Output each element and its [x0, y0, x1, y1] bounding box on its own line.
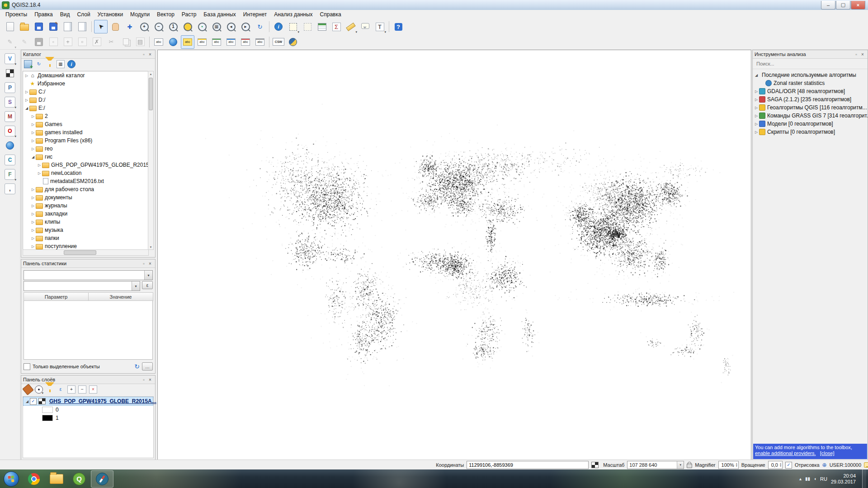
zoom-next-button[interactable]: ▸ — [239, 20, 252, 33]
tray-network-icon[interactable]: ▮▮ — [805, 476, 810, 481]
catalog-refresh-button[interactable]: ↻ — [34, 59, 44, 69]
expander-icon[interactable]: ▷ — [754, 89, 759, 94]
catalog-properties-button[interactable]: i — [66, 59, 76, 69]
menu-item-7[interactable]: Растр — [178, 10, 200, 19]
menu-item-0[interactable]: Проекты — [2, 10, 31, 19]
scroll-thumb[interactable] — [64, 250, 96, 255]
language-indicator[interactable]: RU — [820, 476, 827, 482]
expander-icon[interactable]: ▷ — [30, 114, 36, 118]
expander-icon[interactable]: ▷ — [754, 106, 759, 110]
expander-icon[interactable]: ▷ — [37, 171, 42, 175]
expander-icon[interactable]: ▷ — [30, 147, 36, 151]
catalog-tree-view-button[interactable]: ▦ — [56, 59, 66, 69]
add-wms-layer-button[interactable] — [3, 139, 17, 152]
taskbar-qgis-desktop-button[interactable] — [91, 470, 113, 488]
dock-icon[interactable]: ▫ — [853, 52, 859, 57]
toolbox-search-input[interactable] — [755, 61, 865, 67]
expander-icon[interactable]: ▷ — [754, 122, 759, 126]
catalog-tree-item[interactable]: ▷музыка — [23, 226, 148, 234]
expander-icon[interactable]: ▷ — [754, 98, 759, 102]
remove-layer-button[interactable]: × — [88, 385, 98, 394]
expand-all-button[interactable]: + — [66, 385, 76, 394]
label-abc-3-button[interactable] — [224, 35, 238, 49]
new-project-button[interactable] — [3, 20, 17, 33]
menu-item-9[interactable]: Интернет — [240, 10, 270, 19]
expander-icon[interactable]: ▷ — [37, 163, 42, 167]
layer-select-combo[interactable]: ▾ — [24, 270, 153, 280]
messages-icon[interactable] — [864, 462, 868, 468]
dock-icon[interactable]: ▫ — [141, 261, 147, 266]
crs-globe-icon[interactable]: ⊕ — [822, 462, 827, 468]
toolbox-tree-item[interactable]: Zonal raster statistics — [753, 79, 868, 87]
catalog-horizontal-scrollbar[interactable] — [23, 249, 149, 256]
add-delimited-text-button[interactable]: , — [3, 182, 17, 196]
save-project-as-button[interactable]: ✎ — [47, 20, 60, 33]
close-icon[interactable]: × — [147, 52, 153, 57]
catalog-tree-item[interactable]: ▷поступление — [23, 242, 148, 250]
catalog-tree-item[interactable]: metadataESM2016.txt — [23, 177, 148, 185]
save-project-button[interactable] — [32, 20, 46, 33]
legend-row[interactable]: 1 — [23, 414, 153, 422]
toggle-editing-button[interactable]: ✎ — [18, 35, 31, 49]
expander-icon[interactable]: ▷ — [30, 212, 36, 216]
add-vector-layer-button[interactable]: V▾ — [3, 52, 17, 66]
map-canvas[interactable] — [158, 50, 751, 460]
labeling-button[interactable] — [152, 35, 165, 49]
catalog-tree-item[interactable]: ▷папки — [23, 234, 148, 242]
refresh-icon[interactable]: ↻ — [134, 363, 140, 370]
scale-combo[interactable]: 107 288 640 ▾ — [627, 461, 684, 469]
zoom-last-button[interactable]: ◂ — [224, 20, 238, 33]
expander-icon[interactable]: ▷ — [30, 139, 36, 143]
rotation-spinbox[interactable]: 0,0 ▴▾ — [768, 461, 783, 469]
tray-volume-icon[interactable]: ◖ — [814, 476, 816, 481]
catalog-tree-item[interactable]: ▷games installed — [23, 128, 148, 136]
expander-icon[interactable]: ◢ — [30, 155, 36, 159]
chevron-down-icon[interactable]: ▾ — [144, 271, 152, 280]
taskbar-chrome-button[interactable] — [23, 471, 45, 487]
extents-icon[interactable] — [591, 462, 599, 468]
text-annotation-button[interactable]: T▾ — [373, 20, 387, 33]
expander-icon[interactable]: ▷ — [30, 122, 36, 127]
paste-features-button[interactable]: ▤ — [133, 35, 147, 49]
map-themes-button[interactable]: ▾ — [34, 385, 44, 394]
expander-icon[interactable]: ▷ — [30, 196, 36, 200]
close-icon[interactable]: × — [147, 261, 153, 266]
catalog-tree-item[interactable]: ▷Games — [23, 120, 148, 128]
measure-button[interactable]: ▾ — [344, 20, 358, 33]
magnifier-spinbox[interactable]: 100% ▴▾ — [718, 461, 739, 469]
expander-icon[interactable]: ▷ — [24, 74, 29, 78]
field-select-combo[interactable]: ▾ — [24, 281, 140, 291]
filter-expression-button[interactable]: ε — [56, 385, 66, 394]
spin-down-icon[interactable]: ▾ — [736, 465, 737, 467]
expander-icon[interactable]: ◢ — [24, 399, 30, 404]
catalog-filter-button[interactable] — [45, 59, 55, 69]
scroll-down-icon[interactable]: ▾ — [148, 244, 153, 249]
add-wcs-layer-button[interactable]: C — [3, 153, 17, 167]
legend-row[interactable]: 0 — [23, 406, 153, 414]
identify-button[interactable]: i — [272, 20, 285, 33]
help-button[interactable]: ? — [392, 20, 405, 33]
layer-row[interactable]: ◢ ✓ GHS_POP_GPW41975_GLOBE_R2015A... — [23, 397, 153, 406]
zoom-out-button[interactable]: − — [152, 20, 165, 33]
menu-item-3[interactable]: Слой — [73, 10, 94, 19]
toolbox-tree-item[interactable]: ▷Скрипты [0 геоалгоритмов] — [753, 128, 868, 136]
catalog-tree-item[interactable]: ▷гео — [23, 145, 148, 153]
tray-expand-icon[interactable]: ▴ — [799, 476, 802, 481]
expander-icon[interactable]: ▷ — [24, 98, 29, 102]
scroll-up-icon[interactable]: ▴ — [148, 71, 153, 76]
dock-icon[interactable]: ▫ — [141, 52, 147, 57]
expander-icon[interactable]: ▷ — [30, 204, 36, 208]
catalog-tree-item[interactable]: ▷закладки — [23, 210, 148, 218]
catalog-tree-item[interactable]: ▷Program Files (x86) — [23, 136, 148, 145]
deselect-features-button[interactable] — [301, 20, 314, 33]
expander-icon[interactable]: ▷ — [30, 188, 36, 192]
minimize-button[interactable]: – — [821, 1, 835, 9]
catalog-tree-item[interactable]: ▷журналы — [23, 202, 148, 210]
coordinates-input[interactable] — [467, 461, 589, 469]
save-edits-button[interactable] — [32, 35, 46, 49]
close-button[interactable]: × — [851, 1, 865, 9]
zoom-in-button[interactable]: + — [137, 20, 151, 33]
catalog-tree-item[interactable]: ◢E:/ — [23, 104, 148, 112]
catalog-tree-item[interactable]: ▷newLocation — [23, 169, 148, 177]
expander-icon[interactable]: ▷ — [30, 244, 36, 249]
